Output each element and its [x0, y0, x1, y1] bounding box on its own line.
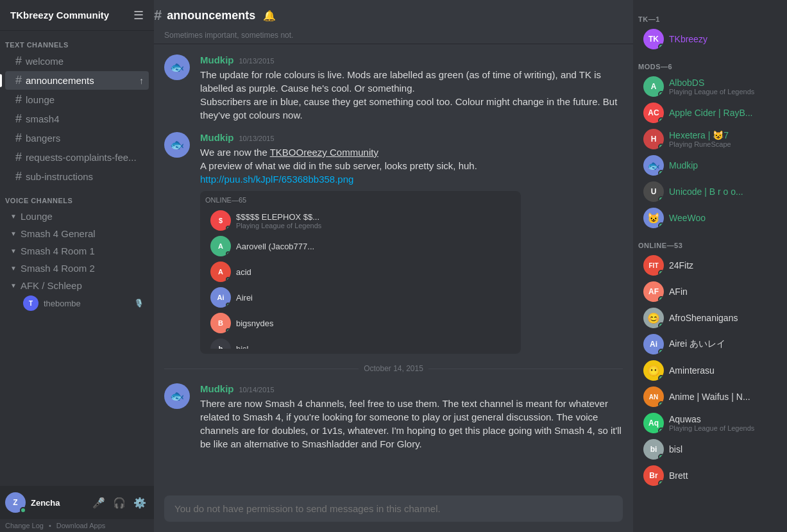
chat-input[interactable]	[164, 495, 623, 522]
member-name: Airei あいレイ	[669, 338, 725, 350]
member-status: Playing League of Legends	[236, 222, 321, 229]
list-item[interactable]: A acid	[205, 259, 516, 285]
message-group: 🐟 Mudkip 10/13/2015 We are now the TKBOO…	[164, 132, 623, 354]
avatar: T	[23, 295, 38, 311]
member-name: Aquwas	[669, 414, 754, 424]
member-anime[interactable]: AN Anime | Waifus | N...	[638, 384, 782, 410]
status-dot	[658, 144, 664, 149]
member-weewoo[interactable]: 😺 WeeWoo	[638, 205, 782, 231]
changelog-link[interactable]: Change Log	[5, 522, 44, 529]
member-afroshenanigans[interactable]: 😊 AfroShenanigans	[638, 305, 782, 331]
channel-hash-icon: #	[15, 54, 22, 68]
voice-smash4room1[interactable]: ▼ Smash 4 Room 1	[5, 243, 149, 259]
list-item[interactable]: $ $$$$$ ELEPHOX $$... Playing League of …	[205, 208, 516, 233]
server-header[interactable]: TKbreezy Community ☰	[0, 0, 154, 31]
member-afin[interactable]: AF AFin	[638, 279, 782, 304]
voice-smash4room1-group: ▼ Smash 4 Room 1	[5, 243, 149, 259]
avatar: A	[210, 236, 231, 256]
member-name: Brett	[669, 470, 688, 481]
upload-icon[interactable]: ↑	[139, 76, 144, 86]
channel-announcements[interactable]: # announcements ↑	[5, 71, 149, 90]
member-info: Aarovell (Jacob777...	[236, 242, 314, 251]
voice-smash4room2[interactable]: ▼ Smash 4 Room 2	[5, 260, 149, 276]
member-albobds[interactable]: A AlbobDS Playing League of Legends	[638, 74, 782, 99]
list-item[interactable]: b bisl	[205, 336, 516, 349]
channel-lounge-label: lounge	[26, 94, 55, 105]
member-applecider[interactable]: AC Apple Cider | RayB...	[638, 100, 782, 126]
underline-text: TKBOOreezy Community	[270, 147, 378, 158]
member-unicode[interactable]: U Unicode | B r o o...	[638, 179, 782, 204]
settings-button[interactable]: ⚙️	[131, 494, 149, 511]
member-hexetera[interactable]: H Hexetera | 😺7 Playing RuneScape	[638, 126, 782, 152]
avatar: 😺	[643, 208, 664, 228]
chat-area: # announcements 🔔 Sometimes important, s…	[154, 0, 633, 532]
member-info: Aminterasu	[669, 365, 715, 376]
member-mudkip[interactable]: 🐟 Mudkip	[638, 153, 782, 178]
member-aminterasu[interactable]: 😶 Aminterasu	[638, 358, 782, 383]
members-section-tk: TK—1	[633, 5, 787, 26]
member-info: AFin	[669, 287, 688, 297]
chat-input-area	[154, 485, 633, 532]
status-dot	[658, 270, 664, 276]
bell-icon[interactable]: 🔔	[263, 10, 276, 22]
avatar: AC	[643, 103, 664, 123]
hamburger-icon[interactable]: ☰	[133, 8, 144, 22]
voice-channels-header[interactable]: Voice Channels	[0, 187, 154, 207]
voice-lounge[interactable]: ▼ Lounge	[5, 208, 149, 224]
message-link[interactable]: http://puu.sh/kJplF/65368bb358.png	[200, 172, 623, 186]
text-channels-header[interactable]: Text Channels	[0, 31, 154, 51]
list-item[interactable]: Ai Airei	[205, 285, 516, 310]
member-info: acid	[236, 267, 251, 277]
channel-lounge[interactable]: # lounge	[5, 90, 149, 109]
channel-hash-icon: #	[15, 74, 22, 87]
avatar: 🐟	[164, 54, 190, 80]
member-name: 24Fitz	[669, 260, 693, 270]
date-divider-text: October 14, 2015	[364, 364, 423, 373]
member-bisl[interactable]: bi bisl	[638, 436, 782, 462]
channel-bangers[interactable]: # bangers	[5, 129, 149, 147]
member-name: Apple Cider | RayB...	[669, 108, 752, 118]
channel-welcome[interactable]: # welcome	[5, 52, 149, 71]
channel-sub-instructions[interactable]: # sub-instructions	[5, 167, 149, 186]
bottom-links: Change Log • Download Apps	[0, 519, 154, 532]
headset-button[interactable]: 🎧	[110, 494, 128, 511]
member-name: WeeWoo	[669, 213, 706, 223]
channel-hash-icon: #	[15, 93, 22, 106]
message-author: Mudkip	[200, 383, 234, 394]
status-dot	[658, 322, 664, 328]
chevron-down-icon: ▼	[10, 230, 17, 237]
popup-member-list: $ $$$$$ ELEPHOX $$... Playing League of …	[205, 208, 516, 349]
microphone-button[interactable]: 🎤	[90, 494, 108, 511]
member-aquwas[interactable]: Aq Aquwas Playing League of Legends	[638, 410, 782, 436]
list-item[interactable]: A Aarovell (Jacob777...	[205, 233, 516, 259]
voice-member-thebombe[interactable]: T thebombe 🎙️	[5, 294, 149, 312]
channel-smash4[interactable]: # smash4	[5, 110, 149, 128]
dot-separator: •	[49, 522, 51, 529]
voice-smash4general[interactable]: ▼ Smash 4 General	[5, 226, 149, 242]
member-brett[interactable]: Br Brett	[638, 463, 782, 488]
message-text: A preview of what we did in the sub serv…	[200, 159, 623, 172]
message-header: Mudkip 10/14/2015	[200, 383, 623, 394]
message-content: Mudkip 10/13/2015 The update for role co…	[200, 54, 623, 122]
chevron-down-icon: ▼	[10, 265, 17, 272]
list-item[interactable]: B bigsnydes	[205, 310, 516, 336]
avatar: 😊	[643, 308, 664, 328]
member-airei[interactable]: Ai Airei あいレイ	[638, 331, 782, 357]
member-name: bisl	[236, 344, 249, 349]
member-tkbreezy[interactable]: TK TKbreezy	[638, 26, 782, 52]
member-info: Apple Cider | RayB...	[669, 108, 752, 118]
avatar: FIT	[643, 255, 664, 276]
status-dot	[226, 251, 231, 256]
message-header: Mudkip 10/13/2015	[200, 54, 623, 65]
channel-requests[interactable]: # requests-complaints-fee...	[5, 148, 149, 167]
image-link[interactable]: http://puu.sh/kJplF/65368bb358.png	[200, 174, 353, 185]
status-dot	[226, 226, 231, 231]
message-header: Mudkip 10/13/2015	[200, 132, 623, 143]
member-24fitz[interactable]: FIT 24Fitz	[638, 253, 782, 278]
right-sidebar: TK—1 TK TKbreezy MODS—6 A AlbobDS Playin…	[633, 0, 787, 532]
member-info: bisl	[669, 444, 682, 454]
member-name: AlbobDS	[669, 78, 754, 88]
voice-afkschleep[interactable]: ▼ AFK / Schleep	[5, 278, 149, 294]
member-info: Aquwas Playing League of Legends	[669, 414, 754, 432]
download-link[interactable]: Download Apps	[56, 522, 105, 529]
